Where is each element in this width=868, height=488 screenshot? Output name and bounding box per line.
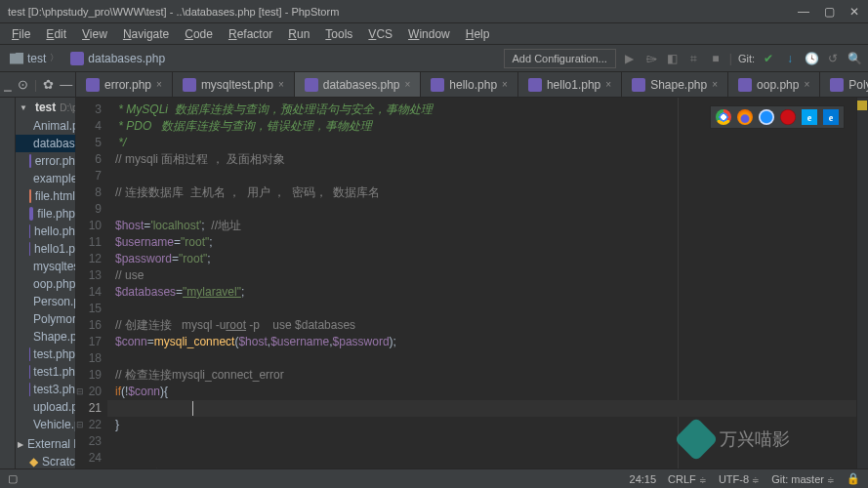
code-editor[interactable]: 345678910111213141516171819⊟2021⊟2223242… — [76, 98, 868, 468]
edge-icon[interactable]: e — [823, 109, 839, 125]
tree-item[interactable]: example. — [16, 170, 75, 187]
opera-icon[interactable] — [780, 109, 796, 125]
file-icon — [29, 207, 33, 221]
git-branch[interactable]: Git: master ≑ — [771, 473, 835, 485]
tree-scratches[interactable]: ◆ Scratches an — [16, 453, 75, 468]
tree-item[interactable]: test.php — [16, 346, 75, 363]
add-configuration-button[interactable]: Add Configuration... — [504, 49, 616, 68]
code-line — [115, 450, 868, 467]
menu-vcs[interactable]: VCS — [360, 25, 400, 43]
code-line — [115, 201, 868, 218]
code-line — [115, 168, 868, 184]
tree-root[interactable]: ▼ test D:\php — [16, 98, 75, 117]
safari-icon[interactable] — [759, 109, 774, 125]
file-encoding[interactable]: UTF-8 ≑ — [719, 473, 760, 485]
tool-buttons-toggle[interactable]: ▢ — [8, 472, 18, 484]
tab-databases.php[interactable]: databases.php× — [295, 72, 422, 97]
tab-hello.php[interactable]: hello.php× — [421, 72, 518, 97]
coverage-icon[interactable]: ◧ — [665, 51, 681, 66]
tree-item[interactable]: upload.p — [16, 398, 75, 416]
tab-hello1.php[interactable]: hello1.php× — [518, 72, 622, 97]
menu-window[interactable]: Window — [400, 25, 458, 43]
php-file-icon — [738, 78, 752, 92]
search-icon[interactable]: 🔍 — [847, 51, 862, 66]
project-tool-buttons: ⎯ ⊙ | ✿ — — [0, 72, 76, 97]
gear-icon[interactable]: ✿ — [43, 77, 54, 92]
tab-mysqltest.php[interactable]: mysqltest.php× — [173, 72, 295, 97]
vcs-history-icon[interactable]: 🕓 — [804, 51, 819, 66]
menu-run[interactable]: Run — [280, 25, 317, 43]
close-icon[interactable]: × — [156, 79, 162, 90]
tree-external-libraries[interactable]: ▶ External Libr — [16, 435, 75, 453]
tree-item[interactable]: file.html — [16, 187, 75, 205]
close-icon[interactable]: × — [405, 79, 411, 90]
vcs-update-icon[interactable]: ↓ — [782, 51, 798, 66]
hide-icon[interactable]: — — [60, 77, 72, 92]
maximize-icon[interactable]: ▢ — [823, 6, 835, 18]
menu-edit[interactable]: Edit — [38, 25, 74, 43]
tab-error.php[interactable]: error.php× — [76, 72, 173, 97]
debug-icon[interactable]: ⌲ — [643, 51, 659, 66]
close-icon[interactable]: × — [278, 79, 284, 90]
chevron-right-icon: 〉 — [50, 52, 59, 64]
tree-item[interactable]: file.php — [16, 205, 75, 223]
collapse-icon[interactable]: ⎯ — [4, 77, 12, 92]
tab-Polymorphism.php[interactable]: Polymorphism.php× — [820, 72, 868, 97]
stop-icon[interactable]: ■ — [708, 51, 723, 66]
minimize-icon[interactable]: — — [798, 6, 809, 18]
close-icon[interactable]: × — [502, 79, 508, 90]
code-line — [115, 350, 868, 367]
tree-item[interactable]: test1.ph — [16, 363, 75, 381]
inspection-warning-icon[interactable] — [857, 101, 867, 110]
select-open-icon[interactable]: ⊙ — [18, 77, 28, 92]
scrollbar-margin[interactable] — [856, 98, 868, 468]
tree-item[interactable]: Person.p — [16, 293, 75, 310]
project-rail[interactable] — [0, 98, 16, 468]
breadcrumb-root[interactable]: test 〉 — [6, 50, 62, 67]
file-icon — [29, 242, 30, 256]
php-file-icon — [305, 78, 318, 92]
run-icon[interactable]: ▶ — [622, 51, 638, 66]
close-icon[interactable]: × — [712, 79, 718, 90]
vcs-revert-icon[interactable]: ↺ — [825, 51, 841, 66]
breadcrumb-file[interactable]: databases.php — [66, 50, 169, 67]
close-icon[interactable]: × — [804, 79, 809, 90]
caret-position[interactable]: 24:15 — [630, 473, 657, 485]
tree-item[interactable]: database — [16, 135, 75, 152]
menu-view[interactable]: View — [74, 25, 115, 43]
vcs-commit-icon[interactable]: ✔ — [761, 51, 776, 66]
menu-file[interactable]: File — [4, 25, 38, 43]
menu-tools[interactable]: Tools — [317, 25, 360, 43]
ie-icon[interactable]: e — [802, 109, 817, 125]
tree-item[interactable]: oop.php — [16, 275, 75, 293]
tree-item[interactable]: error.ph — [16, 152, 75, 170]
close-icon[interactable]: × — [605, 79, 611, 90]
firefox-icon[interactable] — [737, 109, 753, 125]
menu-refactor[interactable]: Refactor — [221, 25, 280, 43]
tree-item[interactable]: hello.ph — [16, 223, 75, 240]
code-line: $conn=mysqli_connect($host,$username,$pa… — [115, 334, 868, 350]
code-area[interactable]: e e 万兴喵影 * MySQLi 数据库连接与查询，预处理语句与安全，事物处理… — [107, 98, 868, 468]
menu-navigate[interactable]: Navigate — [115, 25, 177, 43]
close-icon[interactable]: ✕ — [848, 6, 860, 18]
code-line: // 连接数据库 主机名 ， 用户 ， 密码， 数据库名 — [115, 184, 868, 201]
line-separator[interactable]: CRLF ≑ — [668, 473, 707, 485]
menu-code[interactable]: Code — [177, 25, 221, 43]
tree-item[interactable]: mysqltes — [16, 258, 75, 275]
readonly-toggle-icon[interactable]: 🔒 — [847, 472, 860, 485]
code-line: // 检查连接mysqli_connect_error — [115, 367, 868, 384]
main-area: ▼ test D:\php Animal.pdatabaseerror.phex… — [0, 98, 868, 468]
breadcrumb-root-label: test — [27, 52, 46, 65]
folder-icon — [10, 53, 23, 64]
tree-item[interactable]: Shape.p — [16, 328, 75, 346]
tree-item[interactable]: Polymor — [16, 310, 75, 328]
tree-item[interactable]: hello1.p — [16, 240, 75, 258]
tab-Shape.php[interactable]: Shape.php× — [622, 72, 728, 97]
tree-item[interactable]: Animal.p — [16, 117, 75, 135]
profiler-icon[interactable]: ⌗ — [686, 51, 702, 66]
tree-item[interactable]: Vehicle.p — [16, 416, 75, 433]
menu-help[interactable]: Help — [458, 25, 498, 43]
chrome-icon[interactable] — [716, 109, 731, 125]
tree-item[interactable]: test3.ph — [16, 381, 75, 398]
tab-oop.php[interactable]: oop.php× — [728, 72, 820, 97]
